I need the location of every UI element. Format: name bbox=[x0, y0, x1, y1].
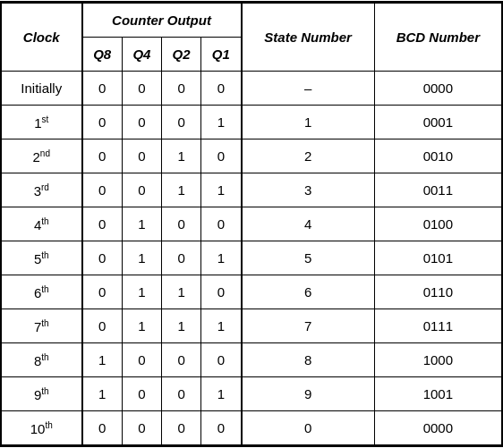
q8-cell: 0 bbox=[82, 411, 123, 445]
q2-cell: 0 bbox=[162, 207, 201, 241]
q8-cell: 0 bbox=[82, 241, 123, 275]
state-cell: 6 bbox=[242, 275, 375, 309]
table-row: 9th100191001 bbox=[2, 377, 502, 411]
clock-cell: 7th bbox=[2, 309, 82, 343]
bcd-cell: 0011 bbox=[374, 173, 501, 207]
q2-cell: 0 bbox=[162, 411, 201, 445]
q1-cell: 0 bbox=[201, 343, 242, 377]
bcd-cell: 0100 bbox=[374, 207, 501, 241]
state-cell: – bbox=[242, 72, 375, 106]
q8-cell: 0 bbox=[82, 173, 123, 207]
q8-cell: 0 bbox=[82, 207, 123, 241]
q2-cell: 1 bbox=[162, 309, 201, 343]
q1-cell: 0 bbox=[201, 275, 242, 309]
state-cell: 3 bbox=[242, 173, 375, 207]
q4-cell: 0 bbox=[122, 411, 161, 445]
table-body: Initially0000–00001st0001100012nd0010200… bbox=[2, 72, 502, 445]
q4-cell: 0 bbox=[122, 106, 161, 139]
subheader-q8: Q8 bbox=[82, 38, 123, 72]
q4-cell: 1 bbox=[122, 241, 161, 275]
bcd-cell: 0010 bbox=[374, 139, 501, 173]
bcd-cell: 1000 bbox=[374, 343, 501, 377]
subheader-q1: Q1 bbox=[201, 38, 242, 72]
subheader-q4: Q4 bbox=[122, 38, 161, 72]
bcd-cell: 0001 bbox=[374, 106, 501, 139]
q2-cell: 0 bbox=[162, 377, 201, 411]
q8-cell: 0 bbox=[82, 72, 123, 106]
state-cell: 0 bbox=[242, 411, 375, 445]
q8-cell: 0 bbox=[82, 309, 123, 343]
q2-cell: 0 bbox=[162, 72, 201, 106]
table-row: 10th000000000 bbox=[2, 411, 502, 445]
q1-cell: 1 bbox=[201, 309, 242, 343]
header-row-1: Clock Counter Output State Number BCD Nu… bbox=[2, 4, 502, 38]
bcd-cell: 0000 bbox=[374, 72, 501, 106]
q1-cell: 0 bbox=[201, 139, 242, 173]
q2-cell: 1 bbox=[162, 275, 201, 309]
table-row: 8th100081000 bbox=[2, 343, 502, 377]
q4-cell: 0 bbox=[122, 139, 161, 173]
bcd-counter-table: Clock Counter Output State Number BCD Nu… bbox=[1, 3, 502, 445]
bcd-cell: 1001 bbox=[374, 377, 501, 411]
state-cell: 7 bbox=[242, 309, 375, 343]
clock-cell: 10th bbox=[2, 411, 82, 445]
q8-cell: 1 bbox=[82, 343, 123, 377]
q1-cell: 1 bbox=[201, 106, 242, 139]
q4-cell: 0 bbox=[122, 173, 161, 207]
q8-cell: 1 bbox=[82, 377, 123, 411]
q2-cell: 0 bbox=[162, 343, 201, 377]
q1-cell: 1 bbox=[201, 173, 242, 207]
q4-cell: 1 bbox=[122, 275, 161, 309]
clock-cell: Initially bbox=[2, 72, 82, 106]
state-cell: 5 bbox=[242, 241, 375, 275]
q1-cell: 0 bbox=[201, 207, 242, 241]
table-row: Initially0000–0000 bbox=[2, 72, 502, 106]
clock-cell: 2nd bbox=[2, 139, 82, 173]
q4-cell: 0 bbox=[122, 72, 161, 106]
q2-cell: 1 bbox=[162, 173, 201, 207]
clock-cell: 8th bbox=[2, 343, 82, 377]
table-row: 1st000110001 bbox=[2, 106, 502, 139]
q4-cell: 0 bbox=[122, 377, 161, 411]
clock-cell: 4th bbox=[2, 207, 82, 241]
q4-cell: 1 bbox=[122, 207, 161, 241]
q8-cell: 0 bbox=[82, 106, 123, 139]
header-clock: Clock bbox=[2, 4, 82, 72]
bcd-cell: 0110 bbox=[374, 275, 501, 309]
q1-cell: 0 bbox=[201, 411, 242, 445]
header-counter-output: Counter Output bbox=[82, 4, 242, 38]
state-cell: 2 bbox=[242, 139, 375, 173]
table-row: 6th011060110 bbox=[2, 275, 502, 309]
q8-cell: 0 bbox=[82, 139, 123, 173]
q2-cell: 0 bbox=[162, 241, 201, 275]
q4-cell: 0 bbox=[122, 343, 161, 377]
q8-cell: 0 bbox=[82, 275, 123, 309]
state-cell: 1 bbox=[242, 106, 375, 139]
q2-cell: 1 bbox=[162, 139, 201, 173]
subheader-q2: Q2 bbox=[162, 38, 201, 72]
clock-cell: 1st bbox=[2, 106, 82, 139]
q1-cell: 1 bbox=[201, 377, 242, 411]
table-row: 5th010150101 bbox=[2, 241, 502, 275]
table-row: 7th011170111 bbox=[2, 309, 502, 343]
q1-cell: 0 bbox=[201, 72, 242, 106]
bcd-cell: 0101 bbox=[374, 241, 501, 275]
main-table-wrapper: Clock Counter Output State Number BCD Nu… bbox=[0, 1, 503, 447]
bcd-cell: 0111 bbox=[374, 309, 501, 343]
state-cell: 4 bbox=[242, 207, 375, 241]
bcd-cell: 0000 bbox=[374, 411, 501, 445]
clock-cell: 6th bbox=[2, 275, 82, 309]
clock-cell: 5th bbox=[2, 241, 82, 275]
header-state-number: State Number bbox=[242, 4, 375, 72]
table-row: 4th010040100 bbox=[2, 207, 502, 241]
table-row: 3rd001130011 bbox=[2, 173, 502, 207]
state-cell: 9 bbox=[242, 377, 375, 411]
q2-cell: 0 bbox=[162, 106, 201, 139]
header-bcd-number: BCD Number bbox=[374, 4, 501, 72]
clock-cell: 9th bbox=[2, 377, 82, 411]
q1-cell: 1 bbox=[201, 241, 242, 275]
clock-cell: 3rd bbox=[2, 173, 82, 207]
q4-cell: 1 bbox=[122, 309, 161, 343]
state-cell: 8 bbox=[242, 343, 375, 377]
table-row: 2nd001020010 bbox=[2, 139, 502, 173]
